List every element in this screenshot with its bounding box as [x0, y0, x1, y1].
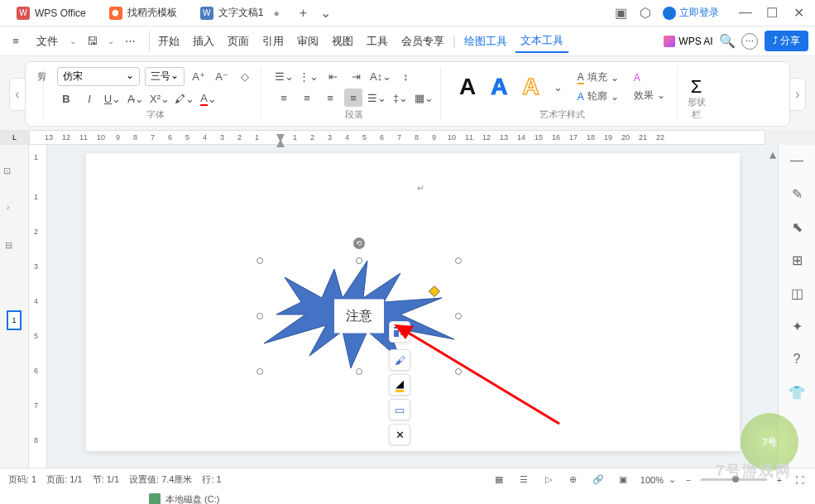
- drive-label[interactable]: 本地磁盘 (C:): [165, 493, 219, 505]
- status-section[interactable]: 节: 1/1: [93, 473, 119, 486]
- wordart-style-1[interactable]: A: [454, 74, 481, 100]
- more-icon[interactable]: ⋯: [121, 32, 139, 50]
- thumbnail-page-1[interactable]: 1: [7, 310, 22, 330]
- cloud-sync-icon[interactable]: ⋯: [741, 33, 758, 50]
- thumb-expand-icon[interactable]: ›: [7, 203, 9, 212]
- menu-insert[interactable]: 插入: [188, 31, 219, 52]
- document-page[interactable]: ↵ 注意 ⟲: [86, 153, 740, 451]
- pencil-icon[interactable]: ✎: [788, 185, 806, 203]
- align-right-button[interactable]: ≡: [321, 89, 339, 107]
- hanger-icon[interactable]: 👕: [788, 383, 806, 401]
- decrease-font-icon[interactable]: A⁻: [213, 68, 231, 86]
- hamburger-icon[interactable]: ≡: [7, 32, 25, 50]
- font-color-button[interactable]: A⌄: [199, 89, 218, 108]
- horizontal-ruler[interactable]: 13 12 11 10 9 8 7 6 5 4 3 2 1 1 2 3 4 5 …: [29, 130, 765, 145]
- thumb-list-icon[interactable]: ⊟: [5, 240, 12, 251]
- increase-indent-button[interactable]: ⇥: [347, 67, 365, 85]
- fullscreen-icon[interactable]: ⛶: [792, 473, 807, 487]
- align-left-button[interactable]: ≡: [275, 89, 293, 107]
- text-effects-button[interactable]: A: [629, 70, 670, 85]
- view-read-icon[interactable]: ▷: [541, 473, 556, 487]
- resize-handle-ne[interactable]: [455, 257, 462, 264]
- tab-document[interactable]: W 文字文稿1 ●: [190, 2, 290, 23]
- minus-icon[interactable]: —: [788, 151, 806, 170]
- bullets-button[interactable]: ☰⌄: [275, 67, 294, 85]
- toolbar-scroll-left[interactable]: ‹: [9, 78, 26, 111]
- resize-handle-n[interactable]: [356, 257, 362, 264]
- wordart-style-2[interactable]: A: [486, 74, 512, 100]
- sort-button[interactable]: ↕: [396, 67, 415, 85]
- resize-handle-nw[interactable]: [256, 257, 263, 264]
- text-fill-button[interactable]: A填充⌄: [573, 69, 624, 86]
- text-direction-button[interactable]: A↕⌄: [370, 67, 391, 85]
- shading-button[interactable]: ▦⌄: [415, 89, 434, 107]
- status-page-number[interactable]: 页码: 1: [8, 473, 36, 486]
- wordart-more-button[interactable]: ⌄: [549, 78, 568, 96]
- zoom-out-button[interactable]: −: [681, 473, 696, 487]
- zoom-level[interactable]: 100%: [640, 475, 664, 485]
- clipboard-icon[interactable]: 剪: [32, 67, 50, 85]
- sparkle-icon[interactable]: ✦: [788, 317, 806, 335]
- decrease-indent-button[interactable]: ⇤: [324, 67, 342, 85]
- menu-page[interactable]: 页面: [223, 31, 254, 52]
- zoom-dropdown-icon[interactable]: ⌄: [669, 474, 676, 485]
- file-menu[interactable]: 文件: [31, 31, 63, 52]
- screenshot-icon[interactable]: ▣: [613, 6, 628, 21]
- view-outline-icon[interactable]: ☰: [516, 473, 531, 487]
- tab-dropdown[interactable]: ⌄: [314, 5, 338, 21]
- menu-member[interactable]: 会员专享: [396, 31, 449, 52]
- wordart-style-3[interactable]: A: [517, 74, 544, 100]
- resize-handle-w[interactable]: [256, 313, 263, 319]
- tab-wps-home[interactable]: W WPS Office: [7, 3, 96, 23]
- tab-templates[interactable]: ⬢ 找稻壳模板: [99, 2, 187, 23]
- menu-reference[interactable]: 引用: [257, 31, 289, 52]
- save-dropdown-icon[interactable]: ⌄: [108, 36, 114, 46]
- login-button[interactable]: 👤 立即登录: [663, 6, 719, 20]
- numbering-button[interactable]: ⋮⌄: [299, 67, 319, 85]
- menu-start[interactable]: 开始: [153, 31, 185, 52]
- superscript-button[interactable]: X²⌄: [150, 89, 170, 108]
- align-justify-button[interactable]: ≡: [344, 89, 362, 107]
- menu-text-tools[interactable]: 文本工具: [515, 30, 568, 53]
- font-size-select[interactable]: 三号⌄: [145, 67, 185, 86]
- resize-handle-e[interactable]: [455, 313, 462, 319]
- resize-handle-se[interactable]: [455, 368, 462, 375]
- shape-sum-icon[interactable]: Σ: [691, 76, 702, 98]
- underline-button[interactable]: U⌄: [103, 89, 122, 108]
- resize-handle-s[interactable]: [356, 368, 362, 375]
- increase-font-icon[interactable]: A⁺: [189, 68, 208, 86]
- menu-tools[interactable]: 工具: [362, 31, 393, 52]
- tab-add-button[interactable]: +: [293, 6, 314, 21]
- menu-review[interactable]: 审阅: [292, 31, 324, 52]
- cursor-icon[interactable]: ⬉: [788, 218, 806, 236]
- status-page-total[interactable]: 页面: 1/1: [46, 473, 82, 486]
- highlight-button[interactable]: 🖍⌄: [175, 89, 194, 108]
- zoom-slider[interactable]: [701, 478, 767, 481]
- minimize-button[interactable]: —: [736, 5, 755, 21]
- save-icon[interactable]: 🖫: [83, 32, 101, 50]
- status-setting[interactable]: 设置值: 7.4厘米: [129, 473, 192, 486]
- line-spacing-button[interactable]: ‡⌄: [391, 89, 410, 107]
- tab-indicator[interactable]: ●: [273, 7, 279, 19]
- thumb-nav-icon[interactable]: ⊡: [3, 166, 11, 176]
- shapes-icon[interactable]: ◫: [788, 284, 806, 302]
- bold-button[interactable]: B: [57, 89, 75, 108]
- fill-color-button[interactable]: ◢: [389, 374, 410, 396]
- vertical-ruler[interactable]: 1 1 2 3 4 5 6 7 8: [29, 145, 47, 468]
- text-outline-button[interactable]: A轮廓⌄: [573, 88, 624, 105]
- help-icon[interactable]: ?: [788, 350, 806, 368]
- strikethrough-button[interactable]: A̶⌄: [127, 89, 145, 108]
- zoom-in-button[interactable]: +: [772, 473, 787, 487]
- distribute-button[interactable]: ☰⌄: [367, 89, 386, 107]
- view-focus-icon[interactable]: ▣: [616, 473, 630, 487]
- shape-text-content[interactable]: 注意: [334, 300, 384, 334]
- align-center-button[interactable]: ≡: [298, 89, 316, 107]
- grid-icon[interactable]: ⊞: [788, 251, 806, 269]
- shape-settings-button[interactable]: ✕: [389, 424, 410, 445]
- rotate-handle[interactable]: ⟲: [353, 238, 365, 249]
- cube-icon[interactable]: ⬡: [638, 6, 653, 21]
- maximize-button[interactable]: ☐: [762, 5, 782, 21]
- link-icon[interactable]: 🔗: [591, 473, 606, 487]
- explosion-shape[interactable]: 注意 ⟲: [260, 261, 458, 372]
- menu-drawing-tools[interactable]: 绘图工具: [459, 31, 512, 52]
